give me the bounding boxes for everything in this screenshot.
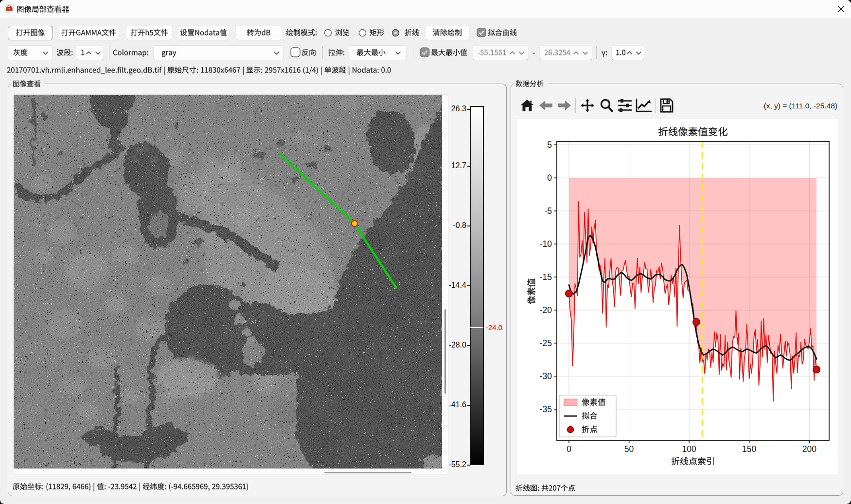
svg-text:0: 0	[547, 173, 552, 183]
svg-text:-20: -20	[540, 305, 552, 315]
svg-text:100: 100	[682, 444, 696, 454]
svg-text:-30: -30	[540, 371, 552, 381]
svg-text:200: 200	[802, 444, 816, 454]
svg-text:150: 150	[742, 444, 756, 454]
svg-text:0: 0	[567, 444, 571, 454]
svg-text:5: 5	[547, 140, 552, 150]
svg-text:50: 50	[624, 444, 634, 454]
svg-text:-10: -10	[540, 239, 552, 249]
svg-text:-35: -35	[540, 404, 552, 414]
svg-text:-25: -25	[540, 338, 552, 348]
svg-text:-15: -15	[540, 272, 552, 282]
svg-text:-5: -5	[544, 206, 552, 216]
